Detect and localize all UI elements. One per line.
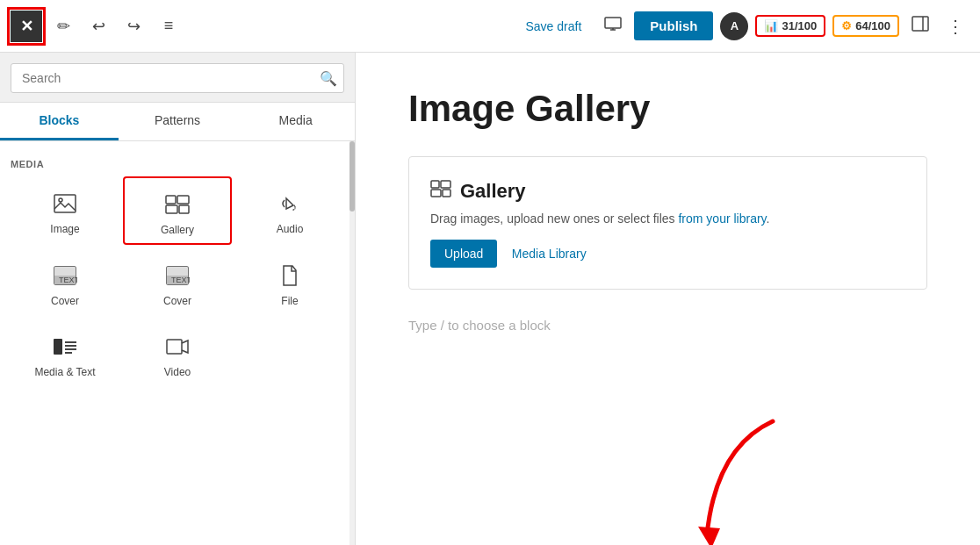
- cover1-label: Cover: [51, 295, 79, 307]
- redo-button[interactable]: ↪: [119, 12, 148, 40]
- list-view-button[interactable]: ≡: [155, 12, 183, 40]
- search-button[interactable]: 🔍: [320, 70, 337, 87]
- undo-icon: ↩: [92, 17, 105, 36]
- more-icon: ⋮: [947, 16, 964, 37]
- video-icon: [162, 331, 193, 362]
- pen-icon: ✏: [57, 17, 70, 36]
- svg-rect-8: [177, 196, 189, 204]
- svg-rect-26: [431, 181, 439, 188]
- gallery-block-header: Gallery: [430, 178, 905, 204]
- gallery-block: Gallery Drag images, upload new ones or …: [408, 156, 927, 290]
- block-item-cover1[interactable]: TEXT Cover: [11, 248, 119, 315]
- svg-text:♪: ♪: [292, 201, 297, 213]
- redo-icon: ↪: [127, 17, 141, 36]
- close-icon: ✕: [20, 17, 33, 36]
- upload-button[interactable]: Upload: [430, 240, 497, 268]
- svg-rect-20: [54, 339, 62, 355]
- astra-label: A: [731, 19, 739, 32]
- svg-rect-29: [443, 190, 450, 197]
- list-icon: ≡: [164, 17, 174, 35]
- file-label: File: [281, 295, 298, 307]
- seo-score-badge[interactable]: 📊 31/100: [755, 15, 825, 37]
- image-label: Image: [50, 223, 79, 235]
- svg-point-6: [59, 198, 62, 202]
- block-item-video[interactable]: Video: [123, 319, 232, 386]
- audio-label: Audio: [277, 223, 304, 235]
- gallery-block-icon: [430, 178, 451, 204]
- svg-marker-30: [698, 527, 720, 545]
- seo-badge-icon: 📊: [764, 19, 778, 32]
- toolbar: ✕ ✏ ↩ ↪ ≡ Save draft Publish A 📊 31/100 …: [0, 0, 980, 53]
- more-options-button[interactable]: ⋮: [941, 12, 969, 40]
- scroll-thumb[interactable]: [349, 141, 355, 212]
- svg-rect-27: [441, 181, 450, 188]
- block-item-gallery[interactable]: Gallery: [123, 176, 232, 245]
- block-item-mediatext[interactable]: Media & Text: [11, 319, 119, 386]
- publish-button[interactable]: Publish: [634, 11, 713, 40]
- scroll-track[interactable]: [349, 141, 355, 545]
- gallery-block-actions: Upload Media Library: [430, 240, 905, 268]
- perf-score-value: 64/100: [855, 19, 890, 32]
- close-button[interactable]: ✕: [11, 11, 42, 42]
- gallery-icon: [162, 189, 193, 220]
- block-item-audio[interactable]: ♪ Audio: [235, 176, 344, 245]
- tab-blocks[interactable]: Blocks: [0, 103, 119, 140]
- gallery-label: Gallery: [161, 224, 194, 236]
- editor-area: Image Gallery Gallery Drag images, uploa…: [356, 53, 980, 545]
- astra-logo[interactable]: A: [720, 12, 748, 40]
- cover2-icon: TEXT: [162, 260, 193, 291]
- search-icon: 🔍: [320, 71, 337, 86]
- seo-score-value: 31/100: [782, 19, 817, 32]
- save-draft-button[interactable]: Save draft: [515, 14, 592, 39]
- svg-rect-9: [166, 205, 177, 213]
- undo-button[interactable]: ↩: [84, 12, 112, 40]
- media-section-label: MEDIA: [11, 159, 344, 169]
- tab-patterns[interactable]: Patterns: [119, 103, 237, 140]
- tab-media[interactable]: Media: [236, 103, 355, 140]
- pen-button[interactable]: ✏: [49, 12, 77, 40]
- perf-score-badge[interactable]: ⚙ 64/100: [832, 15, 899, 37]
- media-library-link[interactable]: from your library: [678, 212, 766, 226]
- mediatext-icon: [49, 331, 81, 362]
- block-item-image[interactable]: Image: [11, 176, 119, 245]
- gallery-block-title: Gallery: [460, 180, 526, 203]
- svg-rect-25: [167, 340, 182, 354]
- blocks-grid: Image Gallery ♪ Audio: [11, 176, 344, 386]
- cover2-label: Cover: [163, 295, 191, 307]
- file-icon: [274, 260, 306, 291]
- post-title[interactable]: Image Gallery: [408, 88, 927, 130]
- sidebar-icon: [912, 16, 929, 36]
- svg-rect-5: [54, 195, 76, 212]
- svg-rect-7: [166, 196, 176, 204]
- mediatext-label: Media & Text: [34, 366, 95, 378]
- choose-block-placeholder[interactable]: Type / to choose a block: [408, 307, 927, 343]
- media-library-button[interactable]: Media Library: [512, 247, 587, 261]
- red-arrow: [689, 412, 795, 545]
- perf-badge-icon: ⚙: [841, 19, 852, 32]
- block-list: MEDIA Image Gallery: [0, 141, 355, 404]
- svg-text:TEXT: TEXT: [171, 276, 190, 284]
- sidebar-toggle-button[interactable]: [906, 12, 934, 40]
- svg-rect-3: [912, 17, 928, 31]
- svg-rect-0: [605, 18, 621, 28]
- gallery-block-desc: Drag images, upload new ones or select f…: [430, 212, 905, 226]
- tabs-row: Blocks Patterns Media: [0, 103, 355, 141]
- main-layout: 🔍 Blocks Patterns Media MEDIA Ima: [0, 53, 980, 545]
- block-item-cover2[interactable]: TEXT Cover: [123, 248, 232, 315]
- svg-rect-10: [179, 205, 189, 213]
- image-icon: [49, 188, 81, 219]
- audio-icon: ♪: [274, 188, 306, 219]
- search-bar: 🔍: [0, 53, 355, 103]
- left-panel: 🔍 Blocks Patterns Media MEDIA Ima: [0, 53, 356, 545]
- device-icon: [604, 17, 622, 35]
- block-list-wrap: MEDIA Image Gallery: [0, 141, 355, 545]
- search-input[interactable]: [11, 63, 344, 93]
- search-input-wrap: 🔍: [11, 63, 344, 93]
- video-label: Video: [164, 366, 191, 378]
- svg-text:TEXT: TEXT: [59, 276, 77, 284]
- device-preview-button[interactable]: [599, 12, 627, 40]
- svg-rect-28: [431, 190, 441, 197]
- cover1-icon: TEXT: [49, 260, 81, 291]
- block-item-file[interactable]: File: [235, 248, 344, 315]
